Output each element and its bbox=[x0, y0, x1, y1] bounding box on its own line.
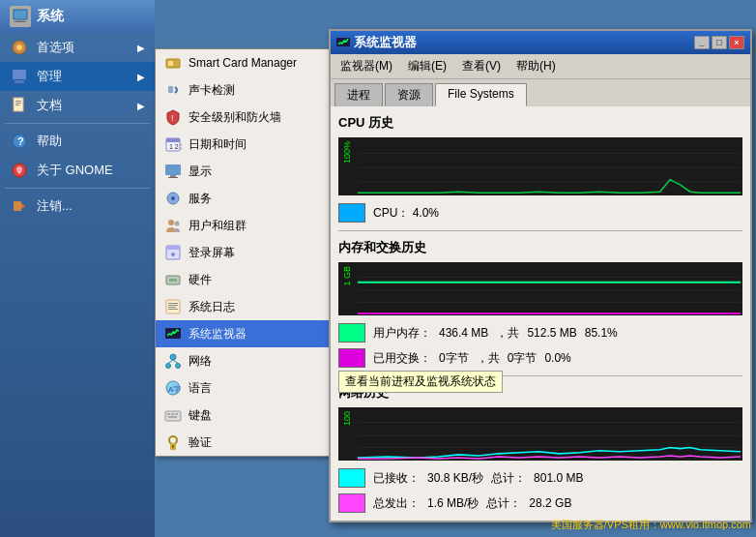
window-tabs: 进程 资源 File Systems bbox=[331, 79, 750, 106]
menu-item-gnome[interactable]: 关于 GNOME bbox=[0, 156, 155, 185]
send-total: 28.2 GB bbox=[529, 496, 571, 510]
submenu-smartcard[interactable]: Smart Card Manager bbox=[156, 49, 337, 76]
submenu-item-label: 日期和时间 bbox=[189, 136, 247, 153]
swap-label: 已用交换： bbox=[373, 350, 431, 367]
menu-item-logout[interactable]: 注销... bbox=[0, 192, 155, 221]
cpu-value: CPU： 4.0% bbox=[373, 205, 439, 222]
arrow-icon: ▶ bbox=[137, 72, 145, 82]
submenu-language[interactable]: A字 语言 bbox=[156, 374, 337, 402]
cpu-stat-row: CPU： 4.0% bbox=[338, 203, 742, 223]
submenu-sysmon[interactable]: 系统监视器 bbox=[156, 320, 337, 347]
menu-header: 系统 bbox=[0, 0, 155, 33]
recv-label: 已接收： bbox=[373, 470, 420, 487]
svg-rect-18 bbox=[168, 86, 173, 93]
submenu-users[interactable]: 用户和组群 bbox=[156, 212, 337, 239]
prefs-icon bbox=[10, 38, 29, 57]
help-icon: ? bbox=[10, 132, 29, 151]
tab-filesystems[interactable]: File Systems bbox=[435, 83, 527, 106]
svg-rect-10 bbox=[15, 104, 19, 105]
svg-point-41 bbox=[170, 354, 176, 360]
svg-rect-36 bbox=[168, 303, 178, 304]
submenu-item-label: 验证 bbox=[189, 434, 212, 451]
svg-rect-21 bbox=[166, 138, 180, 142]
maximize-button[interactable]: □ bbox=[712, 36, 727, 49]
svg-rect-52 bbox=[168, 416, 177, 418]
mem-percent: 85.1% bbox=[585, 326, 618, 340]
net-row-1: 已接收： 30.8 KB/秒 总计： 801.0 MB bbox=[338, 468, 742, 488]
svg-rect-25 bbox=[168, 177, 178, 178]
memory-row-2: 已用交换： 0字节 ，共 0字节 0.0% bbox=[338, 348, 742, 368]
menu-item-label: 首选项 bbox=[37, 39, 74, 56]
menu-item-admin[interactable]: 管理 ▶ bbox=[0, 62, 155, 91]
tab-process[interactable]: 进程 bbox=[334, 83, 383, 106]
mem-value: 436.4 MB bbox=[439, 326, 488, 340]
cpu-chart-label: 100% bbox=[342, 141, 352, 164]
submenu-auth[interactable]: 验证 bbox=[156, 429, 337, 456]
submenu-item-label: 语言 bbox=[189, 380, 212, 397]
sysmon-window: 系统监视器 _ □ × 监视器(M) 编辑(E) 查看(V) 帮助(H) 进程 … bbox=[329, 29, 752, 522]
tab-resources[interactable]: 资源 bbox=[385, 83, 433, 106]
submenu-keyboard[interactable]: 键盘 bbox=[156, 402, 337, 429]
swap-value: 0字节 bbox=[439, 350, 469, 367]
menu-item-prefs[interactable]: 首选项 ▶ bbox=[0, 33, 155, 62]
minimize-button[interactable]: _ bbox=[694, 36, 710, 49]
menu-item-help[interactable]: ? 帮助 bbox=[0, 127, 155, 156]
window-menubar: 监视器(M) 编辑(E) 查看(V) 帮助(H) bbox=[331, 54, 750, 79]
svg-rect-55 bbox=[172, 445, 174, 448]
svg-rect-39 bbox=[168, 309, 178, 310]
menu-item-doc[interactable]: 文档 ▶ bbox=[0, 91, 155, 120]
svg-point-43 bbox=[176, 364, 181, 369]
submenu-item-label: 服务 bbox=[189, 191, 212, 207]
swap-total: 0字节 bbox=[508, 350, 538, 367]
submenu-services[interactable]: 服务 bbox=[156, 185, 337, 212]
send-color bbox=[338, 493, 365, 513]
logout-icon bbox=[10, 196, 29, 216]
mem-chart-label: 1 GB bbox=[342, 266, 352, 286]
submenu-audio[interactable]: 声卡检测 bbox=[156, 76, 337, 104]
window-icon bbox=[336, 36, 350, 49]
separator bbox=[5, 123, 150, 124]
svg-marker-15 bbox=[21, 203, 25, 209]
svg-rect-2 bbox=[15, 21, 26, 22]
submenu-network[interactable]: 网络 bbox=[156, 347, 337, 374]
submenu-item-label: 登录屏幕 bbox=[189, 245, 235, 261]
submenu-login[interactable]: 登录屏幕 bbox=[156, 239, 337, 266]
svg-rect-38 bbox=[168, 307, 176, 308]
hardware-icon bbox=[163, 270, 183, 289]
cpu-chart: 100% bbox=[338, 137, 742, 195]
window-controls: _ □ × bbox=[694, 36, 744, 49]
submenu-syslog[interactable]: 系统日志 bbox=[156, 293, 337, 320]
svg-rect-8 bbox=[15, 101, 21, 102]
syslog-icon bbox=[163, 297, 183, 316]
services-icon bbox=[163, 189, 183, 208]
submenu-hardware[interactable]: 硬件 bbox=[156, 266, 337, 293]
svg-rect-40 bbox=[165, 328, 181, 339]
svg-rect-24 bbox=[170, 175, 176, 177]
window-title-area: 系统监视器 bbox=[336, 34, 417, 51]
submenu-item-label: 声卡检测 bbox=[189, 82, 235, 99]
svg-point-42 bbox=[166, 364, 171, 369]
smartcard-icon bbox=[163, 53, 183, 73]
menu-view[interactable]: 查看(V) bbox=[456, 56, 507, 76]
submenu-item-label: 显示 bbox=[189, 164, 212, 180]
svg-rect-9 bbox=[15, 103, 21, 104]
menu-edit[interactable]: 编辑(E) bbox=[402, 56, 452, 76]
recv-total: 801.0 MB bbox=[534, 471, 583, 485]
menu-item-label: 关于 GNOME bbox=[37, 162, 113, 179]
menu-monitor[interactable]: 监视器(M) bbox=[334, 56, 398, 76]
svg-line-44 bbox=[168, 360, 173, 364]
network-chart: 100 bbox=[338, 407, 742, 461]
menu-item-label: 帮助 bbox=[37, 133, 62, 150]
submenu-display[interactable]: 显示 bbox=[156, 158, 337, 185]
window-titlebar: 系统监视器 _ □ × bbox=[331, 31, 750, 54]
admin-submenu: Smart Card Manager 声卡检测 ! 安全级别和防火墙 1 2 3… bbox=[155, 48, 338, 457]
net-chart-label: 100 bbox=[342, 411, 352, 426]
menu-help[interactable]: 帮助(H) bbox=[510, 56, 562, 76]
separator bbox=[5, 188, 150, 189]
submenu-datetime[interactable]: 1 2 3 日期和时间 bbox=[156, 131, 337, 158]
svg-rect-50 bbox=[171, 413, 174, 415]
close-button[interactable]: × bbox=[729, 36, 744, 49]
svg-rect-17 bbox=[168, 61, 173, 66]
net-row-2: 总发出： 1.6 MB/秒 总计： 28.2 GB bbox=[338, 493, 742, 513]
submenu-security[interactable]: ! 安全级别和防火墙 bbox=[156, 104, 337, 131]
